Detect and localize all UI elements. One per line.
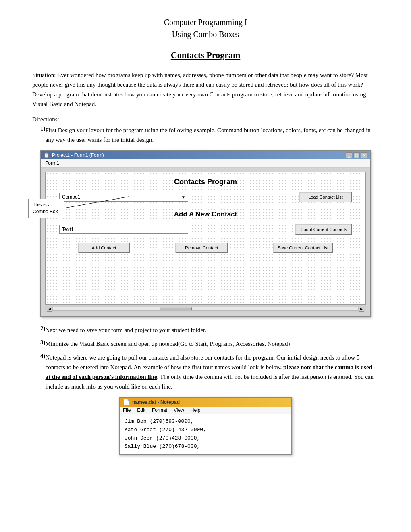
dir2-text: Next we need to save your form and proje… bbox=[46, 325, 379, 335]
notepad-content: Jim Bob (270)590-0000, Kate Great (270) … bbox=[120, 414, 291, 454]
textbox-label: Text1 bbox=[62, 227, 74, 232]
direction-item-1: 1) First Design your layout for the prog… bbox=[32, 125, 379, 145]
notepad-title: names.dat - Notepad bbox=[132, 399, 180, 405]
scroll-track bbox=[52, 307, 359, 311]
add-contact-button[interactable]: Add Contact bbox=[78, 243, 130, 253]
vb-screenshot-container: 📋 Project1 - Form1 (Form) _ □ ✕ Form1 Co… bbox=[32, 150, 379, 317]
notepad-line-3: John Deer (270)428-0000, bbox=[125, 434, 286, 443]
notepad-icon: 📄 bbox=[123, 399, 130, 405]
dir4-text-container: Notepad is where we are going to pull ou… bbox=[46, 353, 379, 391]
notepad-line-4: Sally Blue (270)678-000, bbox=[125, 443, 286, 451]
close-button[interactable]: ✕ bbox=[361, 152, 367, 158]
combo-callout-box: This is aCombo Box bbox=[28, 199, 64, 218]
combo-arrow-icon: ▼ bbox=[181, 195, 185, 200]
vb-titlebar: 📋 Project1 - Form1 (Form) _ □ ✕ bbox=[41, 151, 370, 159]
vb-section-title: Add A New Contact bbox=[51, 210, 360, 218]
notepad-menubar: File Edit Format View Help bbox=[120, 407, 291, 414]
notepad-menu-view[interactable]: View bbox=[174, 407, 184, 413]
vb-scrollbar: ◀ ▶ bbox=[45, 305, 366, 312]
direction-item-3: 3) Minimize the Visual Basic screen and … bbox=[32, 339, 379, 349]
count-contacts-button[interactable]: Count Current Contacts bbox=[295, 224, 352, 235]
direction-item-2: 2) Next we need to save your form and pr… bbox=[32, 325, 379, 335]
vb-row1: Combo1 ▼ Load Contact List bbox=[51, 192, 360, 202]
vb-subtitle: Form1 bbox=[44, 160, 61, 166]
minimize-button[interactable]: _ bbox=[346, 152, 352, 158]
notepad-titlebar: 📄 names.dat - Notepad bbox=[120, 398, 291, 407]
direction-item-4: 4) Notepad is where we are going to pull… bbox=[32, 353, 379, 391]
vb-row2: Text1 Count Current Contacts bbox=[51, 224, 360, 235]
notepad-line-1: Jim Bob (270)590-0000, bbox=[125, 418, 286, 426]
situation-text: Situation: Ever wondered how programs ke… bbox=[32, 70, 379, 109]
vb-window: 📋 Project1 - Form1 (Form) _ □ ✕ Form1 Co… bbox=[40, 150, 371, 317]
dir2-number: 2) bbox=[32, 325, 46, 332]
notepad-line-2: Kate Great (270) 432-0000, bbox=[125, 426, 286, 434]
vb-row3: Add Contact Remove Contact Save Current … bbox=[51, 243, 360, 253]
scroll-left-button[interactable]: ◀ bbox=[47, 306, 52, 312]
page-header: Computer Programming I Using Combo Boxes… bbox=[32, 16, 379, 455]
vb-textbox[interactable]: Text1 bbox=[59, 225, 188, 234]
maximize-button[interactable]: □ bbox=[353, 152, 360, 158]
page-title: Contacts Program bbox=[32, 50, 379, 60]
scroll-thumb bbox=[160, 307, 192, 310]
notepad-menu-format[interactable]: Format bbox=[152, 407, 167, 413]
directions-list-2: 2) Next we need to save your form and pr… bbox=[32, 325, 379, 391]
dir1-text: First Design your layout for the program… bbox=[46, 125, 379, 145]
directions-label: Directions: bbox=[32, 116, 379, 123]
load-contact-button[interactable]: Load Contact List bbox=[299, 192, 352, 202]
vb-form-area: Contacts Program Combo1 ▼ Load Contact L… bbox=[41, 168, 370, 316]
vb-window-controls: _ □ ✕ bbox=[346, 152, 367, 158]
notepad-window: 📄 names.dat - Notepad File Edit Format V… bbox=[119, 397, 292, 455]
header-line1: Computer Programming I bbox=[32, 16, 379, 28]
header-line2: Using Combo Boxes bbox=[32, 28, 379, 40]
vb-menubar: Form1 bbox=[41, 159, 370, 168]
notepad-menu-help[interactable]: Help bbox=[191, 407, 201, 413]
notepad-menu-file[interactable]: File bbox=[123, 407, 131, 413]
directions-list: 1) First Design your layout for the prog… bbox=[32, 125, 379, 145]
dir1-number: 1) bbox=[32, 125, 46, 132]
combo-label: Combo1 bbox=[62, 194, 80, 200]
dir4-number: 4) bbox=[32, 353, 46, 360]
save-contact-list-button[interactable]: Save Current Contact List bbox=[273, 243, 333, 253]
vb-form-inner: Contacts Program Combo1 ▼ Load Contact L… bbox=[45, 172, 366, 305]
dir3-text: Minimize the Visual Basic screen and ope… bbox=[46, 339, 379, 349]
notepad-menu-edit[interactable]: Edit bbox=[137, 407, 145, 413]
scroll-right-button[interactable]: ▶ bbox=[359, 306, 364, 312]
vb-form-title: Contacts Program bbox=[51, 178, 360, 186]
remove-contact-button[interactable]: Remove Contact bbox=[175, 243, 228, 253]
dir3-number: 3) bbox=[32, 339, 46, 346]
vb-title-icon: 📋 bbox=[44, 152, 50, 158]
vb-window-title: Project1 - Form1 (Form) bbox=[52, 152, 104, 158]
